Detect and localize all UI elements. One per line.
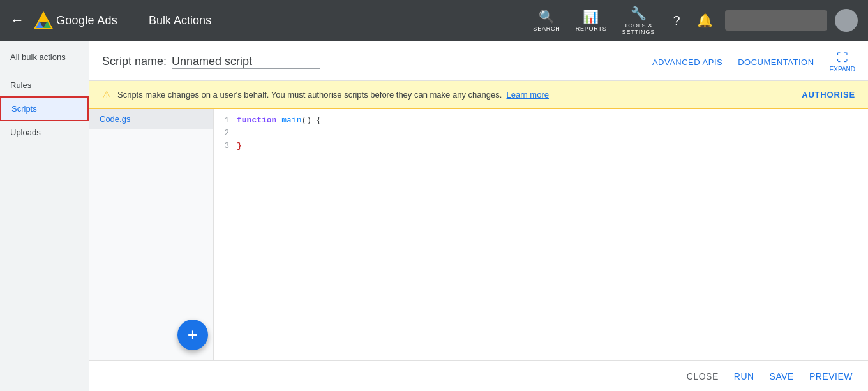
expand-icon: ⛶ (837, 51, 848, 64)
page-title: Bulk Actions (149, 14, 211, 27)
sidebar-divider (0, 71, 89, 71)
reports-icon: 📊 (583, 9, 599, 24)
logo-icon (32, 9, 55, 32)
sidebar: All bulk actions Rules Scripts Uploads (0, 41, 89, 391)
sidebar-item-rules[interactable]: Rules (0, 74, 89, 96)
authorise-button[interactable]: AUTHORISE (802, 90, 855, 100)
file-name: Code.gs (100, 114, 130, 124)
tools-icon: 🔧 (631, 6, 647, 21)
sidebar-item-label: Rules (10, 80, 31, 90)
expand-button[interactable]: ⛶ EXPAND (830, 51, 855, 73)
code-line-3: 3 } (214, 140, 868, 152)
help-button[interactable]: ? (664, 8, 689, 33)
add-icon: + (188, 326, 198, 344)
search-nav-button[interactable]: 🔍 SEARCH (527, 5, 566, 36)
learn-more-link[interactable]: Learn more (507, 90, 549, 100)
code-line-1: 1 function main() { (214, 114, 868, 127)
code-line-2: 2 (214, 127, 868, 140)
tools-nav-button[interactable]: 🔧 TOOLS & SETTINGS (616, 2, 661, 39)
sidebar-item-scripts[interactable]: Scripts (0, 96, 89, 121)
sidebar-item-all-bulk-actions[interactable]: All bulk actions (0, 46, 89, 68)
reports-label: REPORTS (576, 26, 607, 32)
warning-left: ⚠ Scripts make changes on a user's behal… (102, 89, 549, 101)
bell-icon: 🔔 (697, 13, 713, 28)
top-navigation: ← Google Ads Bulk Actions 🔍 SEARCH 📊 REP… (0, 0, 868, 41)
line-number-2: 2 (214, 127, 237, 140)
tools-label: TOOLS & SETTINGS (622, 22, 655, 35)
back-button[interactable]: ← (10, 12, 24, 29)
content-area: Script name: ADVANCED APIS DOCUMENTATION… (89, 41, 868, 391)
account-selector[interactable] (725, 10, 827, 31)
warning-banner: ⚠ Scripts make changes on a user's behal… (89, 81, 868, 109)
app-name: Google Ads (56, 14, 117, 27)
search-label: SEARCH (533, 26, 560, 32)
expand-label: EXPAND (830, 66, 855, 73)
warning-message: Scripts make changes on a user's behalf.… (117, 90, 502, 100)
script-header-actions: ADVANCED APIS DOCUMENTATION ⛶ EXPAND (652, 51, 855, 73)
file-item-code-gs[interactable]: Code.gs (89, 109, 213, 129)
search-icon: 🔍 (539, 9, 555, 24)
script-name-label: Script name: (102, 55, 167, 68)
nav-divider (138, 10, 138, 31)
line-number-3: 3 (214, 140, 237, 152)
sidebar-item-label: Uploads (10, 128, 41, 137)
main-layout: All bulk actions Rules Scripts Uploads S… (0, 41, 868, 391)
avatar (835, 9, 858, 32)
code-editor[interactable]: 1 function main() { 2 3 } (214, 109, 868, 360)
preview-button[interactable]: PREVIEW (809, 371, 853, 381)
script-name-area: Script name: (102, 55, 320, 69)
editor-container: Code.gs + 1 function main() { 2 3 } (89, 109, 868, 360)
line-content-3: } (237, 140, 868, 152)
bottom-bar: CLOSE RUN SAVE PREVIEW (89, 360, 868, 391)
line-content-1: function main() { (237, 114, 868, 127)
run-button[interactable]: RUN (734, 371, 754, 381)
help-icon: ? (673, 13, 680, 28)
script-header: Script name: ADVANCED APIS DOCUMENTATION… (89, 41, 868, 81)
documentation-link[interactable]: DOCUMENTATION (738, 57, 814, 67)
save-button[interactable]: SAVE (770, 371, 794, 381)
add-file-button[interactable]: + (177, 320, 208, 350)
close-button[interactable]: CLOSE (687, 371, 719, 381)
file-tree: Code.gs + (89, 109, 214, 360)
sidebar-item-label: All bulk actions (10, 52, 66, 62)
reports-nav-button[interactable]: 📊 REPORTS (569, 5, 613, 36)
google-ads-logo: Google Ads (32, 9, 117, 32)
line-number-1: 1 (214, 114, 237, 127)
warning-text: Scripts make changes on a user's behalf.… (117, 90, 549, 100)
notifications-button[interactable]: 🔔 (692, 8, 717, 33)
nav-icon-group: 🔍 SEARCH 📊 REPORTS 🔧 TOOLS & SETTINGS ? … (527, 2, 858, 39)
sidebar-item-uploads[interactable]: Uploads (0, 121, 89, 144)
advanced-apis-link[interactable]: ADVANCED APIS (652, 57, 722, 67)
warning-icon: ⚠ (102, 89, 111, 101)
script-name-input[interactable] (172, 55, 320, 69)
sidebar-item-label: Scripts (11, 104, 37, 114)
